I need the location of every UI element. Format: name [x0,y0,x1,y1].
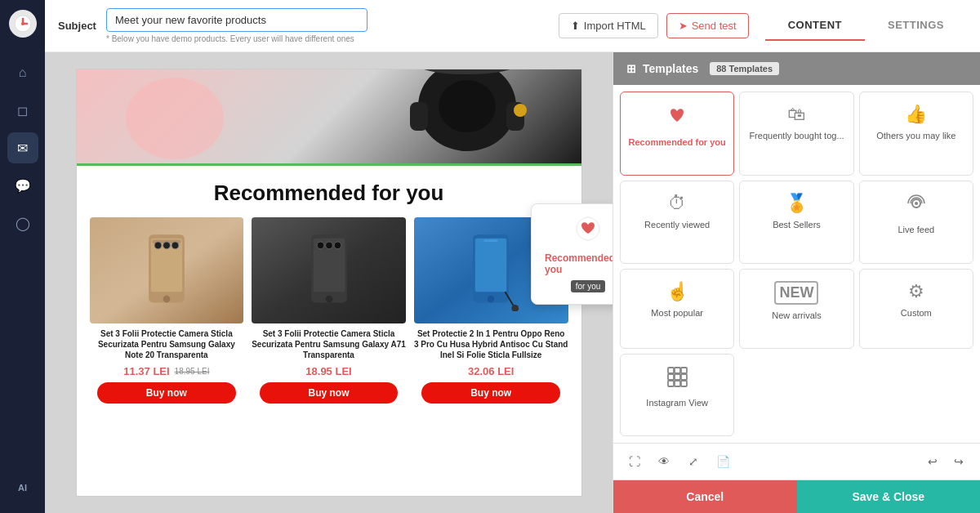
svg-rect-35 [681,374,687,380]
sidebar: ⌂ ◻ ✉ 💬 ◯ AI [0,0,45,513]
subject-input-wrap: * Below you have demo products. Every us… [106,8,368,43]
product-image-2 [252,217,406,323]
svg-rect-38 [681,381,687,386]
svg-point-13 [163,242,170,249]
template-others-may-like[interactable]: 👍 Others you may like [859,91,973,176]
svg-rect-34 [675,374,680,380]
expand-icon[interactable]: ⛶ [623,450,646,473]
template-frequently-bought[interactable]: 🛍 Frequently bought tog... [739,91,853,176]
svg-point-7 [439,80,496,132]
subject-label: Subject [58,20,96,32]
templates-count: 88 Templates [710,62,779,75]
custom-icon: ⚙ [908,281,924,302]
cancel-button[interactable]: Cancel [613,480,797,513]
buy-button-2[interactable]: Buy now [260,382,399,404]
new-arrivals-icon: NEW [774,281,818,305]
product-image-1 [90,217,244,323]
template-new-arrivals[interactable]: NEW New arrivals [739,269,853,349]
tab-content[interactable]: CONTENT [765,11,865,41]
frequently-bought-icon: 🛍 [787,104,805,125]
sidebar-logo[interactable] [9,10,37,38]
svg-rect-32 [681,368,687,373]
svg-rect-30 [668,368,674,373]
document-icon[interactable]: 📄 [711,450,734,473]
live-feed-icon [906,193,927,219]
import-html-button[interactable]: ⬆ Import HTML [559,13,658,38]
subject-hint: * Below you have demo products. Every us… [106,34,368,43]
headphones-image [385,69,549,163]
right-panel: ⊞ Templates 88 Templates Recommended for… [612,52,980,513]
svg-rect-22 [475,239,507,292]
sidebar-item-ai[interactable]: AI [7,472,38,503]
template-label-custom: Custom [901,307,932,319]
svg-rect-33 [668,374,674,380]
topbar: Subject * Below you have demo products. … [45,0,980,52]
sidebar-item-chat[interactable]: 💬 [7,170,38,201]
sidebar-item-image[interactable]: ◻ [7,95,38,126]
eye-icon[interactable]: 👁 [653,450,675,473]
svg-rect-24 [483,239,498,242]
template-recommended[interactable]: Recommended for you [620,91,734,176]
buy-button-1[interactable]: Buy now [97,382,236,404]
template-instagram-view[interactable]: Instagram View [620,354,734,436]
template-best-sellers[interactable]: 🏅 Best Sellers [739,181,853,263]
template-label-instagram: Instagram View [646,397,708,408]
template-custom[interactable]: ⚙ Custom [859,269,973,349]
toolbar-undo-redo: ↩ ↪ [921,450,970,473]
templates-grid: Recommended for you 🛍 Frequently bought … [613,85,980,443]
svg-point-20 [334,242,341,249]
main-area: Subject * Below you have demo products. … [45,0,980,513]
instagram-icon [666,366,688,392]
template-label-others: Others you may like [876,130,956,141]
product-card: Set 3 Folii Protectie Camera Sticla Secu… [252,217,406,404]
svg-rect-31 [675,368,680,373]
svg-point-29 [915,202,918,205]
svg-point-5 [418,69,516,71]
sidebar-item-email[interactable]: ✉ [7,132,38,163]
topbar-actions: ⬆ Import HTML ➤ Send test [559,13,749,38]
redo-icon[interactable]: ↪ [947,450,970,473]
sidebar-item-home[interactable]: ⌂ [7,57,38,88]
template-recently-viewed[interactable]: ⏱ Recently viewed [620,181,734,263]
template-most-popular[interactable]: ☝ Most popular [620,269,734,349]
tab-bar: CONTENT SETTINGS [765,11,967,41]
svg-point-19 [325,242,332,249]
template-label-most-popular: Most popular [651,307,703,319]
email-header-image [77,69,581,163]
send-icon: ➤ [679,20,688,32]
sidebar-item-speech[interactable]: ◯ [7,207,38,239]
svg-point-10 [163,296,170,303]
template-label-frequently-bought: Frequently bought tog... [749,130,844,141]
panel-actions: Cancel Save & Close [613,480,980,513]
tooltip-popup: Recommended for you for you [531,203,612,305]
tooltip-label: Recommended for you [545,252,612,275]
product-price-3: 32.06 LEI [468,365,514,377]
svg-point-23 [488,296,495,303]
send-test-button[interactable]: ➤ Send test [666,13,749,38]
editor-panel: Recommended for you [45,52,980,513]
svg-point-6 [514,104,527,117]
save-close-button[interactable]: Save & Close [797,480,981,513]
subject-input[interactable] [106,8,368,32]
panel-header-label: Templates [643,62,698,75]
svg-rect-37 [675,381,680,386]
email-products: Set 3 Folii Protectie Camera Sticla Secu… [77,217,581,417]
product-price-1: 11.37 LEI [123,365,169,377]
maximize-icon[interactable]: ⤢ [682,450,705,473]
tooltip-icon [575,216,601,248]
product-price-2: 18.95 LEI [305,365,351,377]
tab-settings[interactable]: SETTINGS [865,11,967,41]
most-popular-icon: ☝ [666,281,688,302]
buy-button-3[interactable]: Buy now [421,382,560,404]
svg-point-17 [325,296,332,303]
product-card: Set 3 Folii Protectie Camera Sticla Secu… [90,217,244,404]
upload-icon: ⬆ [571,20,580,32]
email-rec-title: Recommended for you [77,166,581,217]
product-name-2: Set 3 Folii Protectie Camera Sticla Secu… [252,328,406,360]
template-live-feed[interactable]: Live feed [859,181,973,263]
template-label-recently-viewed: Recently viewed [644,219,710,230]
svg-point-12 [154,242,162,249]
others-icon: 👍 [905,104,927,125]
templates-grid-icon: ⊞ [626,62,636,75]
undo-icon[interactable]: ↩ [921,450,944,473]
